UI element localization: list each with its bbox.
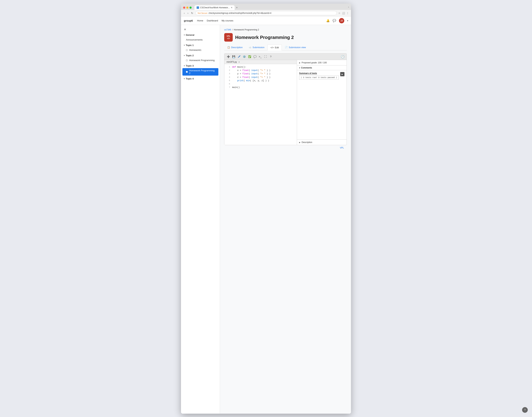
browser-tab-active[interactable]: CSCheckYourWork Homewor... ✕ [194,5,235,10]
run-tests-button[interactable]: ▶ [340,72,344,76]
line-content-4: z = float( input( "> " ) ) [232,76,270,79]
proposed-grade-arrow: ▶ [299,62,300,64]
sidebar-topic2-header[interactable]: ▾ Topic 2 [181,53,220,58]
reload-button[interactable]: ↻ [190,11,194,15]
help-button-toolbar[interactable]: ? [268,54,273,59]
extensions-icon[interactable]: ⬜ [342,12,345,14]
user-avatar[interactable]: JJ [339,18,344,23]
line-content-1: def main(): [232,65,246,69]
vpl-right-panel: ▶ Proposed grade: 100 / 100 ▾ Comments [297,60,347,145]
back-button[interactable]: ‹ [183,11,185,15]
proposed-grade[interactable]: ▶ Proposed grade: 100 / 100 [297,60,347,65]
save-button[interactable]: 💾 [231,54,236,59]
sidebar-topic4-label: Topic 4 [186,77,194,80]
sidebar-section-topic4: ▾ Topic 4 [181,76,220,81]
new-tab-button[interactable]: + [235,5,239,10]
sidebar-item-homework1[interactable]: Homework1 [181,48,220,52]
top-nav-links: Home Dashboard My courses [197,19,234,22]
browser-tab-title: CSCheckYourWork Homewor... [200,6,230,9]
main-layout: ✕ ▾ General Announcements ▾ Topic 1 [181,25,351,414]
edit-tab-label: Edit [275,46,279,49]
minimize-button[interactable] [186,7,188,9]
sidebar-topic4-header[interactable]: ▾ Topic 4 [181,76,220,81]
breadcrumb-current: Homework Programming 2 [234,29,259,31]
file-tab-close-icon[interactable]: ✕ [238,61,240,63]
summary-tests-label: Summary of tests [299,72,339,74]
line-num-4: 4 [226,76,230,79]
menu-icon[interactable]: ⋮ [346,12,349,14]
debug-button[interactable]: ⚙️ [242,54,247,59]
terminal-button[interactable]: >_ [258,54,263,59]
line-content-3: y = float( input( "> " ) ) [232,72,270,76]
content-area: cs7346 / Homework Programming 2 VPL </> … [220,25,351,414]
comments-header[interactable]: ▾ Comments [297,65,347,70]
clock-button[interactable]: 🕐 [340,54,345,59]
sidebar-topic1-label: Topic 1 [186,44,194,47]
vpl-footer-link[interactable]: VPL [340,146,344,149]
tab-submission-view[interactable]: 📄 Submission view [282,44,309,50]
homework-programming-label: Homework Programming [189,59,215,62]
sidebar-general-header[interactable]: ▾ General [181,32,220,37]
line-content-2: x = float( input( "> " ) ) [232,69,270,72]
sidebar-close-button[interactable]: ✕ [181,26,220,32]
help-fab-button[interactable]: ? [522,407,528,413]
line-content-7: main() [232,86,240,89]
sidebar-section-topic1: ▾ Topic 1 Homework1 [181,43,220,52]
vpl-code-panel: minOF3.py ✕ 1 def main(): 2 [224,60,297,145]
homework1-label: Homework1 [189,49,201,51]
tab-favicon [197,6,199,9]
tab-edit[interactable]: </> Edit [267,44,282,51]
homework1-dot-icon [186,49,188,51]
description-label: Description [302,141,312,144]
breadcrumb-link[interactable]: cs7346 [224,29,231,31]
vpl-icon: VPL </> [224,33,233,42]
general-chevron-icon: ▾ [184,34,185,36]
sidebar-topic2-label: Topic 2 [186,54,194,57]
forward-button[interactable]: › [187,11,189,15]
address-text: checkyourworkgroup.online/mod/vpl/forms/… [208,12,271,14]
fullscreen-button[interactable]: ⛶ [263,54,268,59]
nav-dashboard[interactable]: Dashboard [207,19,218,22]
comments-section: ▾ Comments Summary of tests | 3 tests r [297,65,347,140]
test-result-text: | 3 tests run/ 3 tests passed | [301,76,337,79]
sidebar-item-homework-programming-2[interactable]: Homework Programming 2 [182,68,218,76]
code-editor[interactable]: 1 def main(): 2 x = float( input( "> " )… [224,64,297,145]
messages-icon[interactable]: 💬 [333,19,336,22]
filename-label: minOF3.py [226,61,237,63]
code-line-1: 1 def main(): [224,65,297,69]
tab-description[interactable]: 📋 Description [224,44,246,50]
tab-submission[interactable]: ☁️ Submission [246,44,267,50]
sidebar-item-announcements[interactable]: Announcements [181,37,220,42]
vpl-editor-layout: minOF3.py ✕ 1 def main(): 2 [224,60,347,145]
line-num-1: 1 [226,65,230,69]
sidebar-section-topic3: ▾ Topic 3 Homework Programming 2 [181,63,220,76]
test-result-box: | 3 tests run/ 3 tests passed | [299,76,339,80]
description-section[interactable]: ▶ Description [297,140,347,145]
maximize-button[interactable] [190,7,192,9]
vpl-footer: VPL [224,145,347,150]
homework-programming2-label: Homework Programming 2 [189,69,216,74]
sidebar-topic1-header[interactable]: ▾ Topic 1 [181,43,220,48]
sidebar-item-homework-programming[interactable]: Homework Programming [181,58,220,63]
close-button[interactable] [183,7,185,9]
nav-mycourses[interactable]: My courses [222,19,233,22]
code-line-2: 2 x = float( input( "> " ) ) [224,69,297,72]
new-file-button[interactable]: ➕ [226,54,231,59]
address-bar[interactable]: Not Secure checkyourworkgroup.online/mod… [195,11,337,15]
edit-tab-icon: </> [270,46,274,49]
sidebar: ✕ ▾ General Announcements ▾ Topic 1 [181,25,220,414]
notifications-icon[interactable]: 🔔 [326,19,330,22]
vpl-icon-line1: VPL [226,35,230,37]
comments-button[interactable]: 💬 [252,54,257,59]
submission-tab-label: Submission [253,46,264,49]
sidebar-topic3-header[interactable]: ▾ Topic 3 [181,63,220,68]
vpl-file-tab[interactable]: minOF3.py ✕ [224,60,297,64]
evaluate-button[interactable]: ✅ [247,54,252,59]
tab-close-icon[interactable]: ✕ [231,6,233,9]
user-menu-chevron[interactable]: ▾ [347,20,348,22]
comments-body: Summary of tests | 3 tests run/ 3 tests … [297,70,347,81]
address-bar-row: ‹ › ↻ Not Secure checkyourworkgroup.onli… [181,10,351,16]
nav-home[interactable]: Home [197,19,203,22]
bookmark-icon[interactable]: ☆ [338,12,340,14]
run-button[interactable]: 🖊️ [236,54,241,59]
